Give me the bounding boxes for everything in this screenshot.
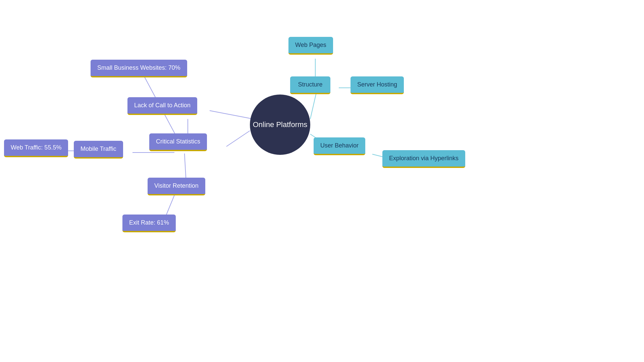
node-critical-statistics-label: Critical Statistics [156,138,200,145]
node-mobile-traffic-label: Mobile Traffic [80,145,116,153]
node-web-pages-label: Web Pages [295,42,326,49]
node-visitor-retention[interactable]: Visitor Retention [148,178,205,195]
node-exploration[interactable]: Exploration via Hyperlinks [382,150,465,168]
svg-line-8 [310,90,317,119]
node-critical-statistics[interactable]: Critical Statistics [149,133,207,151]
node-small-business-label: Small Business Websites: 70% [97,64,180,71]
node-web-traffic-label: Web Traffic: 55.5% [11,144,61,151]
node-web-pages[interactable]: Web Pages [288,37,333,55]
node-user-behavior-label: User Behavior [320,142,359,149]
node-exit-rate[interactable]: Exit Rate: 61% [122,215,176,232]
node-lack-of-cta-label: Lack of Call to Action [134,102,191,109]
node-server-hosting[interactable]: Server Hosting [351,76,404,94]
node-structure[interactable]: Structure [290,76,330,94]
node-exit-rate-label: Exit Rate: 61% [129,219,169,226]
svg-line-1 [210,111,253,119]
node-user-behavior[interactable]: User Behavior [314,137,365,155]
node-visitor-retention-label: Visitor Retention [154,182,199,189]
center-node-label: Online Platforms [253,120,308,129]
node-mobile-traffic[interactable]: Mobile Traffic [74,141,123,159]
node-lack-of-cta[interactable]: Lack of Call to Action [127,97,197,115]
node-server-hosting-label: Server Hosting [357,81,397,88]
node-exploration-label: Exploration via Hyperlinks [389,155,459,162]
svg-line-0 [226,131,250,146]
node-structure-label: Structure [298,81,322,88]
center-node[interactable]: Online Platforms [250,95,310,155]
node-web-traffic[interactable]: Web Traffic: 55.5% [4,139,68,157]
node-small-business[interactable]: Small Business Websites: 70% [91,60,187,77]
